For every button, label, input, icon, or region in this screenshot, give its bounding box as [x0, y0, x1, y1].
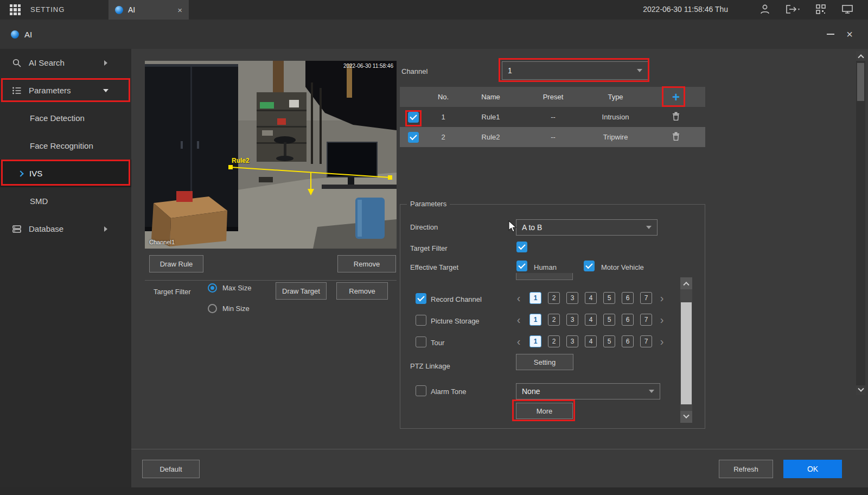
rule1-checkbox[interactable]: [408, 112, 419, 123]
motor-vehicle-checkbox[interactable]: [584, 261, 595, 271]
sidebar-item-database[interactable]: Database: [0, 215, 131, 243]
display-icon[interactable]: [841, 3, 854, 15]
channel-box-5[interactable]: 5: [603, 292, 615, 304]
channel-box-4[interactable]: 4: [585, 314, 597, 326]
channel-box-1[interactable]: 1: [529, 335, 541, 347]
draw-target-button[interactable]: Draw Target: [276, 282, 327, 300]
delete-icon[interactable]: [672, 112, 680, 120]
record-channel-checkbox[interactable]: [416, 293, 426, 304]
channel-box-6[interactable]: 6: [622, 314, 634, 326]
ai-globe-icon: [11, 30, 19, 39]
sidebar-item-face-recognition[interactable]: Face Recognition: [0, 132, 131, 160]
scroll-up-icon[interactable]: [856, 51, 865, 61]
minimize-icon[interactable]: [827, 34, 834, 35]
target-filter-checkbox[interactable]: [516, 242, 527, 252]
channel-box-3[interactable]: 3: [566, 314, 578, 326]
sidebar-item-parameters[interactable]: Parameters: [0, 77, 131, 104]
channel-box-3[interactable]: 3: [566, 292, 578, 304]
radio-icon: [208, 304, 217, 313]
user-icon[interactable]: [760, 3, 770, 15]
clipped-button[interactable]: [516, 273, 573, 280]
remove-rule-button[interactable]: Remove: [337, 255, 396, 272]
min-size-radio[interactable]: Min Size: [208, 304, 250, 313]
expand-arrow-icon: [104, 60, 107, 66]
sidebar-item-smd[interactable]: SMD: [0, 187, 131, 215]
sidebar-item-face-detection[interactable]: Face Detection: [0, 104, 131, 132]
next-channels-icon[interactable]: ›: [658, 335, 666, 347]
chevron-down-icon: [637, 69, 642, 72]
parameters-scrollbar[interactable]: [680, 277, 692, 423]
target-filter-label: Target Filter: [154, 288, 191, 296]
refresh-button[interactable]: Refresh: [719, 460, 773, 478]
channel-box-5[interactable]: 5: [603, 335, 615, 347]
channel-box-7[interactable]: 7: [640, 335, 652, 347]
main-menu-icon[interactable]: [10, 4, 21, 15]
channel-box-2[interactable]: 2: [548, 314, 560, 326]
more-button[interactable]: More: [516, 403, 573, 419]
max-size-radio[interactable]: Max Size: [208, 283, 251, 293]
scrollbar-thumb[interactable]: [857, 63, 864, 101]
sidebar-item-ivs[interactable]: IVS: [0, 160, 131, 187]
channel-box-7[interactable]: 7: [640, 292, 652, 304]
camera-preview[interactable]: 2022-06-30 11:58:46 Channel1 Rule2: [145, 61, 397, 249]
next-channels-icon[interactable]: ›: [658, 292, 666, 304]
sidebar-item-ai-search[interactable]: AI Search: [0, 49, 131, 77]
channel-box-5[interactable]: 5: [603, 314, 615, 326]
channel-box-4[interactable]: 4: [585, 335, 597, 347]
human-checkbox[interactable]: [516, 261, 527, 271]
ai-search-icon: [12, 58, 22, 68]
alarm-tone-checkbox[interactable]: [416, 385, 426, 396]
channel-box-6[interactable]: 6: [622, 335, 634, 347]
window-titlebar: AI ×: [0, 20, 868, 49]
prev-channels-icon[interactable]: ‹: [514, 314, 523, 326]
scrollbar-thumb[interactable]: [681, 302, 692, 404]
channel-box-2[interactable]: 2: [548, 292, 560, 304]
channel-box-3[interactable]: 3: [566, 335, 578, 347]
channel-box-4[interactable]: 4: [585, 292, 597, 304]
table-header: No. Name Preset Type +: [400, 87, 705, 107]
system-datetime: 2022-06-30 11:58:46 Thu: [643, 5, 728, 14]
ok-button[interactable]: OK: [783, 460, 842, 478]
default-button[interactable]: Default: [142, 460, 200, 478]
tour-checkbox[interactable]: [416, 337, 426, 347]
picture-storage-checkbox[interactable]: [416, 315, 426, 326]
motor-vehicle-label: Motor Vehicle: [601, 263, 644, 271]
logout-icon[interactable]: [784, 3, 801, 15]
remove-target-button[interactable]: Remove: [336, 282, 388, 300]
direction-dropdown[interactable]: A to B: [516, 219, 658, 236]
human-label: Human: [534, 263, 557, 271]
table-row[interactable]: 2 Rule2 -- Tripwire: [400, 127, 705, 147]
window-scrollbar[interactable]: [856, 51, 865, 395]
chevron-down-icon: [649, 390, 654, 393]
channel-box-1[interactable]: 1: [529, 292, 541, 304]
channel-dropdown[interactable]: 1: [502, 61, 648, 80]
ptz-setting-button[interactable]: Setting: [516, 354, 573, 370]
section-divider: [145, 280, 397, 281]
window-close-icon[interactable]: ×: [846, 29, 853, 40]
prev-channels-icon[interactable]: ‹: [514, 292, 523, 304]
rule2-checkbox[interactable]: [408, 132, 419, 143]
parameters-list-icon: [12, 86, 22, 96]
scroll-up-icon[interactable]: [680, 277, 692, 289]
add-rule-button[interactable]: +: [672, 90, 680, 104]
draw-rule-button[interactable]: Draw Rule: [149, 255, 203, 272]
channel-box-7[interactable]: 7: [640, 314, 652, 326]
taskbar: SETTING AI × 2022-06-30 11:58:46 Thu: [0, 0, 868, 20]
database-icon: [12, 224, 22, 234]
delete-icon[interactable]: [672, 132, 680, 141]
tab-ai[interactable]: AI ×: [108, 0, 189, 20]
scroll-down-icon[interactable]: [680, 411, 692, 423]
channel-box-6[interactable]: 6: [622, 292, 634, 304]
channel-box-2[interactable]: 2: [548, 335, 560, 347]
next-channels-icon[interactable]: ›: [658, 314, 666, 326]
tour-label: Tour: [431, 339, 444, 347]
effective-target-label: Effective Target: [410, 263, 458, 271]
channel-box-1[interactable]: 1: [529, 314, 541, 326]
qr-code-icon[interactable]: [815, 3, 827, 15]
table-row[interactable]: 1 Rule1 -- Intrusion: [400, 107, 705, 127]
prev-channels-icon[interactable]: ‹: [514, 335, 523, 347]
ptz-linkage-label: PTZ Linkage: [410, 362, 450, 370]
tab-close-icon[interactable]: ×: [177, 6, 182, 14]
scroll-down-icon[interactable]: [856, 385, 865, 395]
alarm-tone-dropdown[interactable]: None: [516, 383, 660, 399]
